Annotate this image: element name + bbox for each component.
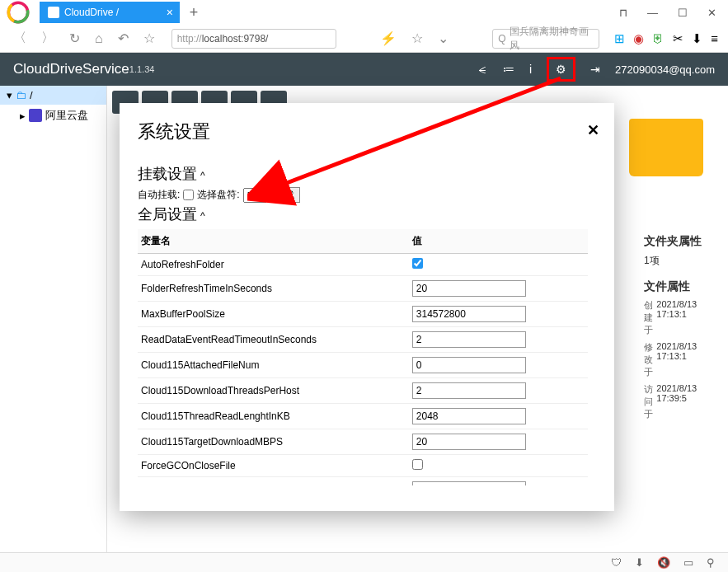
setting-input[interactable] xyxy=(412,331,526,348)
app-title: CloudDriveService xyxy=(13,61,129,77)
list-icon[interactable]: ≔ xyxy=(503,63,514,76)
drive-letter-select[interactable]: F xyxy=(243,188,267,203)
star-icon[interactable]: ☆ xyxy=(140,29,158,48)
nav-back-icon[interactable]: 〈 xyxy=(10,28,30,49)
setting-name: GCIntervalInMiniSeconds xyxy=(138,477,409,486)
settings-icon[interactable]: ⚙ xyxy=(547,57,575,82)
setting-input[interactable] xyxy=(412,481,526,485)
auto-mount-label: 自动挂载: xyxy=(138,188,180,202)
browser-tab[interactable]: CloudDrive / × xyxy=(40,2,180,23)
drive-icon xyxy=(29,109,42,122)
settings-row: ReadDataEventReadTimeoutInSeconds xyxy=(138,327,588,353)
section-global-title[interactable]: 全局设置^ xyxy=(138,204,588,224)
sidebar-item-drive[interactable]: ▸ 阿里云盘 xyxy=(0,105,106,126)
folder-large-icon[interactable] xyxy=(629,119,703,176)
col-value: 值 xyxy=(409,229,588,254)
file-props-title: 文件属性 xyxy=(644,279,726,294)
app-version: 1.1.34 xyxy=(129,64,155,74)
settings-row: AutoRefreshFolder xyxy=(138,254,588,276)
menu-icon[interactable]: ≡ xyxy=(711,31,718,45)
tb-volume-icon[interactable]: 🔇 xyxy=(657,556,670,569)
settings-row: Cloud115AttachedFileNum xyxy=(138,353,588,378)
caret-up-icon: ^ xyxy=(200,170,205,181)
sidebar-root[interactable]: ▾ 🗀 / xyxy=(0,86,106,105)
setting-name: Cloud115AttachedFileNum xyxy=(138,353,409,378)
settings-modal: 系统设置 ✕ 挂载设置^ 自动挂载: 选择盘符: F 卸载 全局设置^ 变量名 … xyxy=(120,103,614,511)
setting-name: Cloud115TargetDownloadMBPS xyxy=(138,429,409,455)
tab-favicon-icon xyxy=(48,7,59,18)
auto-mount-checkbox[interactable] xyxy=(183,190,194,200)
settings-row: GCIntervalInMiniSeconds xyxy=(138,477,588,486)
settings-row: Cloud115ThreadReadLenghtInKB xyxy=(138,404,588,429)
home-icon[interactable]: ⌂ xyxy=(92,30,106,48)
setting-input[interactable] xyxy=(412,306,526,322)
setting-name: AutoRefreshFolder xyxy=(138,254,409,276)
taskbar: 🛡 ⬇ 🔇 ▭ ⚲ xyxy=(0,552,728,572)
setting-name: Cloud115ThreadReadLenghtInKB xyxy=(138,404,409,429)
tab-close-icon[interactable]: × xyxy=(167,6,173,19)
setting-name: ForceGCOnCloseFile xyxy=(138,455,409,477)
close-window-icon[interactable]: ✕ xyxy=(702,3,721,22)
dropdown-icon[interactable]: ⌄ xyxy=(434,29,452,48)
setting-input[interactable] xyxy=(412,434,526,450)
item-count: 1项 xyxy=(644,254,726,268)
new-tab-button[interactable]: + xyxy=(183,2,204,23)
properties-panel: 文件夹属性 1项 文件属性 创建于2021/8/13 17:13:1 修改于20… xyxy=(644,234,726,425)
tab-title: CloudDrive / xyxy=(64,7,119,18)
section-mount-title[interactable]: 挂载设置^ xyxy=(138,164,588,184)
scissors-icon[interactable]: ✂ xyxy=(673,31,683,46)
user-email: 272090034@qq.com xyxy=(615,63,715,76)
chevron-down-icon: ▾ xyxy=(7,89,12,101)
shield-icon[interactable]: ⛨ xyxy=(652,31,665,45)
browser-logo-icon xyxy=(7,1,30,24)
share-icon[interactable]: ⪪ xyxy=(477,63,488,76)
modal-title: 系统设置 xyxy=(138,120,596,144)
nav-forward-icon[interactable]: 〉 xyxy=(38,28,58,49)
settings-row: Cloud115DownloadThreadsPerHost xyxy=(138,378,588,404)
settings-row: ForceGCOnCloseFile xyxy=(138,455,588,477)
setting-input[interactable] xyxy=(412,382,526,399)
sidebar: ▾ 🗀 / ▸ 阿里云盘 xyxy=(0,86,107,572)
setting-checkbox[interactable] xyxy=(412,459,423,470)
unmount-button[interactable]: 卸载 xyxy=(270,187,300,203)
undo-icon[interactable]: ↶ xyxy=(115,29,132,48)
col-name: 变量名 xyxy=(138,229,409,254)
url-input[interactable]: http://localhost:9798/ xyxy=(171,29,336,49)
setting-name: MaxBufferPoolSize xyxy=(138,302,409,327)
chevron-right-icon: ▸ xyxy=(20,110,26,122)
modal-close-button[interactable]: ✕ xyxy=(587,121,599,139)
pin-icon[interactable]: ⊓ xyxy=(614,3,632,22)
download-icon[interactable]: ⬇ xyxy=(692,31,702,46)
maximize-icon[interactable]: ☐ xyxy=(673,3,693,22)
tb-screen-icon[interactable]: ▭ xyxy=(683,556,693,569)
search-input[interactable]: Q国兵隔离期神奇画风 xyxy=(492,29,599,49)
reload-icon[interactable]: ↻ xyxy=(66,29,83,48)
folder-props-title: 文件夹属性 xyxy=(644,234,726,249)
setting-name: Cloud115DownloadThreadsPerHost xyxy=(138,378,409,404)
tb-shield-icon[interactable]: 🛡 xyxy=(611,556,622,569)
tb-download-icon[interactable]: ⬇ xyxy=(635,556,644,569)
setting-input[interactable] xyxy=(412,408,526,424)
settings-row: Cloud115TargetDownloadMBPS xyxy=(138,429,588,455)
setting-input[interactable] xyxy=(412,357,526,373)
bookmark-icon[interactable]: ☆ xyxy=(408,29,426,48)
adblock-icon[interactable]: ◉ xyxy=(633,31,644,46)
folder-icon: 🗀 xyxy=(16,89,26,101)
settings-table: 变量名 值 AutoRefreshFolderFolderRefreshTime… xyxy=(138,229,588,485)
minimize-icon[interactable]: — xyxy=(642,3,663,22)
logout-icon[interactable]: ⇥ xyxy=(590,63,600,76)
settings-row: MaxBufferPoolSize xyxy=(138,302,588,327)
caret-up-icon: ^ xyxy=(200,210,205,222)
info-icon[interactable]: i xyxy=(529,63,532,76)
setting-input[interactable] xyxy=(412,280,526,297)
setting-checkbox[interactable] xyxy=(412,258,423,269)
setting-name: ReadDataEventReadTimeoutInSeconds xyxy=(138,327,409,353)
drive-letter-label: 选择盘符: xyxy=(197,188,239,202)
setting-name: FolderRefreshTimeInSeconds xyxy=(138,276,409,302)
tb-zoom-icon[interactable]: ⚲ xyxy=(707,556,715,569)
flash-icon[interactable]: ⚡ xyxy=(377,29,400,48)
microsoft-icon[interactable]: ⊞ xyxy=(614,31,625,46)
settings-row: FolderRefreshTimeInSeconds xyxy=(138,276,588,302)
app-header: CloudDriveService1.1.34 ⪪ ≔ i ⚙ ⇥ 272090… xyxy=(0,53,728,86)
